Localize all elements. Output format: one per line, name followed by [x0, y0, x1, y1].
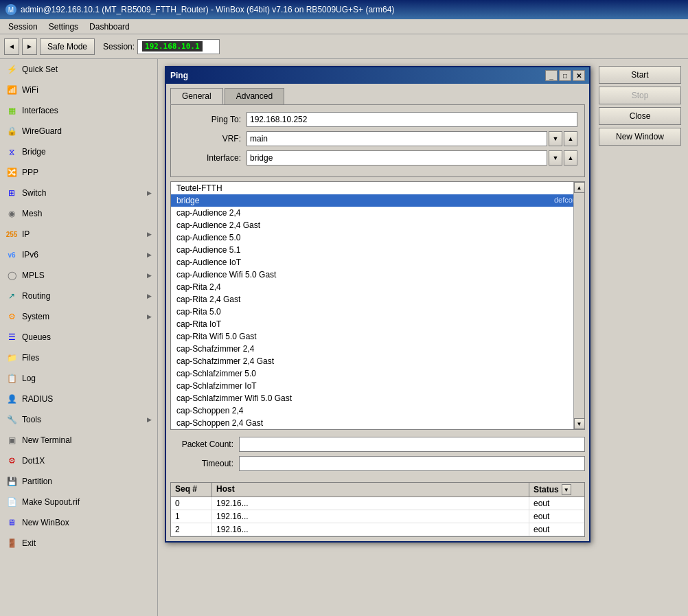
dialog-close-button[interactable]: ✕ — [573, 70, 585, 81]
forward-button[interactable]: ► — [22, 38, 37, 55]
close-button[interactable]: Close — [599, 107, 681, 125]
sidebar-item-wifi[interactable]: 📶 WiFi — [0, 80, 157, 100]
menu-session[interactable]: Session — [3, 21, 43, 33]
dropdown-item-cap-rita-iot[interactable]: cap-Rita IoT — [171, 318, 584, 330]
sidebar-label-new-terminal: New Terminal — [22, 435, 71, 445]
ipv6-chevron: ▶ — [147, 251, 152, 258]
dropdown-item-cap-rita-24-gast[interactable]: cap-Rita 2,4 Gast — [171, 293, 584, 306]
dropdown-item-cap-audience-24-gast[interactable]: cap-Audience 2,4 Gast — [171, 219, 584, 231]
dialog-maximize-button[interactable]: □ — [559, 70, 571, 81]
sidebar-item-log[interactable]: 📋 Log — [0, 368, 157, 389]
dropdown-item-cap-audience-50[interactable]: cap-Audience 5.0 — [171, 231, 584, 244]
sidebar-item-wireguard[interactable]: 🔒 WireGuard — [0, 121, 157, 141]
log-icon: 📋 — [5, 372, 18, 385]
tab-general[interactable]: General — [170, 88, 223, 104]
dropdown-item-cap-audience-24[interactable]: cap-Audience 2,4 — [171, 207, 584, 219]
dropdown-item-cap-rita-24[interactable]: cap-Rita 2,4 — [171, 281, 584, 293]
status-col-dropdown[interactable]: ▼ — [562, 484, 571, 495]
scroll-up-arrow[interactable]: ▲ — [574, 182, 585, 193]
col-header-seq[interactable]: Seq # — [171, 483, 212, 497]
sidebar-item-ipv6[interactable]: v6 IPv6 ▶ — [0, 244, 157, 265]
packet-count-row: Packet Count: — [170, 437, 585, 452]
sidebar-label-dot1x: Dot1X — [22, 456, 45, 466]
stop-button[interactable]: Stop — [599, 87, 681, 104]
tools-chevron: ▶ — [147, 416, 152, 423]
bridge-icon: ⧖ — [5, 146, 18, 158]
sidebar: ⚡ Quick Set 📶 WiFi ▦ Interfaces 🔒 WireGu… — [0, 59, 158, 616]
sidebar-item-switch[interactable]: ⊞ Switch ▶ — [0, 183, 157, 203]
sidebar-item-tools[interactable]: 🔧 Tools ▶ — [0, 409, 157, 430]
sidebar-item-bridge[interactable]: ⧖ Bridge — [0, 141, 157, 162]
dropdown-item-cap-audience-iot[interactable]: cap-Audience IoT — [171, 256, 584, 269]
new-window-button[interactable]: New Window — [599, 128, 681, 146]
extra-fields: Packet Count: Timeout: — [166, 434, 589, 478]
sidebar-label-switch: Switch — [22, 188, 46, 198]
dropdown-item-bridge[interactable]: bridge defconf — [171, 194, 584, 207]
sidebar-label-ipv6: IPv6 — [22, 250, 38, 260]
dropdown-item-cap-audience-wifi-50-gast[interactable]: cap-Audience Wifi 5.0 Gast — [171, 269, 584, 281]
col-header-host[interactable]: Host — [212, 483, 529, 497]
vrf-row: VRF: ▼ ▲ — [178, 131, 577, 146]
sidebar-item-files[interactable]: 📁 Files — [0, 347, 157, 368]
vrf-input[interactable] — [246, 131, 547, 146]
sidebar-label-mesh: Mesh — [22, 209, 42, 218]
packet-count-input[interactable] — [239, 437, 585, 452]
vrf-dropdown-btn[interactable]: ▼ — [549, 131, 562, 146]
sidebar-item-partition[interactable]: 💾 Partition — [0, 471, 157, 492]
sidebar-label-interfaces: Interfaces — [22, 106, 58, 115]
interfaces-icon: ▦ — [5, 104, 18, 117]
tab-content-general: Ping To: VRF: ▼ ▲ Interface: — [170, 104, 585, 177]
dropdown-item-cap-rita-wifi-50-gast[interactable]: cap-Rita Wifi 5.0 Gast — [171, 330, 584, 343]
safe-mode-button[interactable]: Safe Mode — [40, 38, 95, 55]
session-value: 192.168.10.1 — [137, 39, 220, 54]
sidebar-item-quick-set[interactable]: ⚡ Quick Set — [0, 59, 157, 80]
interface-up-btn[interactable]: ▲ — [564, 150, 577, 166]
files-icon: 📁 — [5, 352, 18, 364]
vrf-up-btn[interactable]: ▲ — [564, 131, 577, 146]
table-row: 2 192.16... eout — [171, 523, 584, 536]
dropdown-item-cap-rita-50[interactable]: cap-Rita 5.0 — [171, 306, 584, 318]
start-button[interactable]: Start — [599, 66, 681, 84]
sidebar-item-mpls[interactable]: ◯ MPLS ▶ — [0, 265, 157, 286]
dropdown-item-cap-schoppen-24[interactable]: cap-Schoppen 2,4 — [171, 404, 584, 417]
interface-input[interactable] — [246, 150, 547, 166]
sidebar-item-system[interactable]: ⚙ System ▶ — [0, 306, 157, 327]
sidebar-item-interfaces[interactable]: ▦ Interfaces — [0, 100, 157, 121]
sidebar-item-new-winbox[interactable]: 🖥 New WinBox — [0, 512, 157, 533]
sidebar-item-make-supout[interactable]: 📄 Make Supout.rif — [0, 492, 157, 512]
dropdown-item-cap-schlafzimmer-iot[interactable]: cap-Schlafzimmer IoT — [171, 380, 584, 392]
dropdown-item-cap-schlafzimmer-wifi-50-gast[interactable]: cap-Schlafzimmer Wifi 5.0 Gast — [171, 392, 584, 404]
sidebar-label-log: Log — [22, 374, 36, 383]
dropdown-item-cap-schoppen-24-gast[interactable]: cap-Schoppen 2,4 Gast — [171, 417, 584, 429]
action-buttons: Start Stop Close New Window — [599, 66, 681, 146]
menu-dashboard[interactable]: Dashboard — [84, 21, 135, 33]
timeout-input[interactable] — [239, 456, 585, 471]
supout-icon: 📄 — [5, 496, 18, 508]
sidebar-label-ip: IP — [22, 229, 30, 239]
sidebar-item-ppp[interactable]: 🔀 PPP — [0, 162, 157, 183]
sidebar-item-exit[interactable]: 🚪 Exit — [0, 533, 157, 554]
sidebar-item-dot1x[interactable]: ⚙ Dot1X — [0, 450, 157, 471]
sidebar-item-queues[interactable]: ☰ Queues — [0, 327, 157, 347]
dropdown-item-cap-schafzimmer-24[interactable]: cap-Schafzimmer 2,4 — [171, 343, 584, 355]
dialog-minimize-button[interactable]: _ — [545, 70, 558, 81]
session-label: Session: — [103, 42, 135, 52]
dropdown-item-teutel-ftth[interactable]: Teutel-FTTH — [171, 182, 584, 194]
sidebar-item-new-terminal[interactable]: ▣ New Terminal — [0, 430, 157, 450]
sidebar-item-mesh[interactable]: ◉ Mesh — [0, 203, 157, 224]
dropdown-item-cap-schafzimmer-24-gast[interactable]: cap-Schafzimmer 2,4 Gast — [171, 355, 584, 367]
dropdown-item-cap-schlafzimmer-50[interactable]: cap-Schlafzimmer 5.0 — [171, 367, 584, 380]
sidebar-item-ip[interactable]: 255 IP ▶ — [0, 224, 157, 244]
sidebar-label-wireguard: WireGuard — [22, 126, 62, 136]
sidebar-item-routing[interactable]: ↗ Routing ▶ — [0, 286, 157, 306]
col-header-status: Status ▼ — [529, 483, 584, 497]
dropdown-item-cap-audience-51[interactable]: cap-Audience 5.1 — [171, 244, 584, 256]
menu-settings[interactable]: Settings — [43, 21, 84, 33]
sidebar-item-radius[interactable]: 👤 RADIUS — [0, 389, 157, 409]
interface-dropdown-btn[interactable]: ▼ — [549, 150, 562, 166]
tab-advanced[interactable]: Advanced — [225, 88, 284, 104]
dropdown-list-inner: Teutel-FTTH bridge defconf cap-Audience … — [171, 182, 584, 429]
ping-to-input[interactable] — [246, 112, 577, 127]
scroll-down-arrow[interactable]: ▼ — [574, 418, 585, 429]
back-button[interactable]: ◄ — [4, 38, 19, 55]
